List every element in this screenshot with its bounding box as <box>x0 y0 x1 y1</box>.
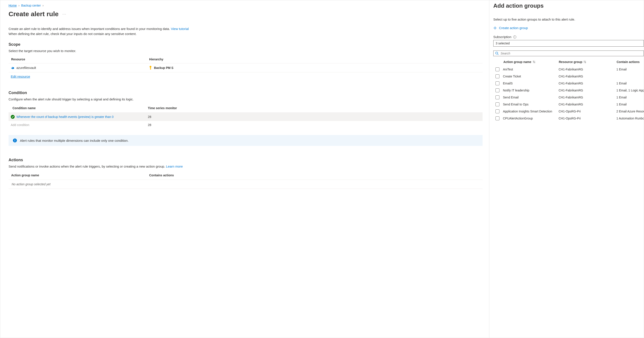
ag-rg: CH1-FabrikamRG <box>558 75 616 78</box>
ag-actions: 1 Email <box>616 82 627 85</box>
sort-icon <box>533 61 535 63</box>
checkbox[interactable] <box>496 74 500 78</box>
ag-name: EmailS <box>503 82 558 85</box>
scope-resource-name: azurefilesvault <box>16 66 36 70</box>
ag-rg: CH1-FabrikamRG <box>558 82 616 85</box>
search-input[interactable] <box>500 52 642 55</box>
checkbox[interactable] <box>496 102 500 106</box>
breadcrumb-home[interactable]: Home <box>8 4 17 7</box>
checkbox[interactable] <box>496 88 500 92</box>
chevron-right-icon: › <box>18 4 20 7</box>
breadcrumb-backup-center[interactable]: Backup center <box>21 4 41 7</box>
ag-actions: 1 Automation Runbook <box>616 117 644 120</box>
svg-point-8 <box>496 52 498 54</box>
ag-actions: 1 Email <box>616 68 627 71</box>
svg-point-7 <box>15 139 15 140</box>
ag-rg: CH1-FabrikamRG <box>558 89 616 92</box>
sort-icon <box>584 61 586 63</box>
scope-resource-row[interactable]: azurefilesvault Backup PM S <box>8 63 482 72</box>
ag-actions: 2 Email Azure Resource M <box>616 110 644 113</box>
add-condition-label: Add condition <box>11 123 29 127</box>
actions-subtitle: Send notifications or invoke actions whe… <box>8 165 482 168</box>
svg-rect-3 <box>150 69 151 69</box>
ag-name: Create Ticket <box>503 75 558 78</box>
subscription-select[interactable]: 3 selected <box>493 40 644 47</box>
ag-name: Application Insights Smart Detection <box>503 110 558 113</box>
scope-heading: Scope <box>8 42 482 47</box>
intro-text-2: When defining the alert rule, check that… <box>8 32 482 36</box>
action-group-row[interactable]: Notify IT leadershipCH1-FabrikamRG1 Emai… <box>493 87 644 94</box>
condition-link[interactable]: Whenever the count of backup health even… <box>16 115 114 119</box>
search-icon <box>495 52 499 55</box>
condition-col-ts: Time series monitor <box>148 106 177 110</box>
ag-actions: 1 Email, 1 Logic App <box>616 89 644 92</box>
action-group-row[interactable]: AniTestCH1-FabrikamRG1 Email <box>493 66 644 73</box>
actions-col-contains: Contains actions <box>149 173 174 177</box>
vault-icon <box>11 66 15 70</box>
intro-text: Create an alert rule to identify and add… <box>8 27 482 31</box>
checkbox[interactable] <box>496 95 500 99</box>
check-circle-icon <box>11 115 15 119</box>
chevron-right-icon: › <box>42 4 44 7</box>
breadcrumb: Home › Backup center › <box>8 4 482 7</box>
condition-row[interactable]: Whenever the count of backup health even… <box>8 113 482 121</box>
edit-resource-link[interactable]: Edit resource <box>8 72 30 78</box>
action-group-row[interactable]: Create TicketCH1-FabrikamRG <box>493 73 644 80</box>
condition-heading: Condition <box>8 91 482 95</box>
learn-more-link[interactable]: Learn more <box>166 165 183 168</box>
add-condition-ts: 28 <box>148 123 151 127</box>
svg-rect-6 <box>15 140 15 142</box>
svg-point-0 <box>12 67 12 68</box>
scope-subtitle: Select the target resource you wish to m… <box>8 49 482 53</box>
ag-name: CPUAlertActionGroup <box>503 117 558 120</box>
scope-col-hierarchy: Hierarchy <box>149 57 164 61</box>
info-text: Alert rules that monitor multiple dimens… <box>20 139 128 143</box>
scope-hierarchy: Backup PM S <box>154 66 174 70</box>
ag-rg: CH1-FabrikamRG <box>558 68 616 71</box>
info-glyph-icon[interactable]: i <box>513 35 516 38</box>
ag-name: AniTest <box>503 68 558 71</box>
action-group-row[interactable]: CPUAlertActionGroupCH1-OpsRG-Pri1 Automa… <box>493 115 644 122</box>
actions-empty-row: No action group selected yet <box>8 180 482 189</box>
action-group-row[interactable]: EmailSCH1-FabrikamRG1 Email <box>493 80 644 87</box>
ag-col-name[interactable]: Action group name <box>503 60 559 64</box>
checkbox[interactable] <box>496 109 500 113</box>
ag-rg: CH1-FabrikamRG <box>558 96 616 99</box>
more-menu[interactable]: ··· <box>62 12 66 16</box>
info-icon <box>13 139 17 143</box>
action-group-row[interactable]: Send Email to OpsCH1-FabrikamRG1 Email <box>493 101 644 108</box>
create-action-group-link[interactable]: Create action group <box>493 26 644 30</box>
action-group-row[interactable]: Send EmailCH1-FabrikamRG1 Email <box>493 94 644 101</box>
add-action-groups-panel: Add action groups Select up to five acti… <box>489 0 644 338</box>
checkbox[interactable] <box>496 81 500 85</box>
ag-name: Send Email <box>503 96 558 99</box>
condition-subtitle: Configure when the alert rule should tri… <box>8 97 482 101</box>
scope-col-resource: Resource <box>11 57 149 61</box>
search-wrap[interactable] <box>493 50 644 56</box>
plus-icon <box>493 26 497 30</box>
ag-name: Send Email to Ops <box>503 103 558 106</box>
ag-col-actions: Contain actions <box>616 60 640 64</box>
actions-heading: Actions <box>8 158 482 162</box>
checkbox[interactable] <box>496 116 500 120</box>
condition-col-name: Condition name <box>12 106 148 110</box>
ag-rg: CH1-FabrikamRG <box>558 103 616 106</box>
action-group-row[interactable]: Application Insights Smart DetectionCH1-… <box>493 108 644 115</box>
ag-rg: CH1-OpsRG-Pri <box>558 117 616 120</box>
svg-point-1 <box>150 66 151 68</box>
subscription-label: Subscription i <box>493 35 644 39</box>
view-tutorial-link[interactable]: View tutorial <box>171 27 188 31</box>
ag-name: Notify IT leadership <box>503 89 558 92</box>
svg-rect-2 <box>150 67 151 70</box>
ag-col-rg[interactable]: Resource group <box>559 60 616 64</box>
actions-col-name: Action group name <box>11 173 149 177</box>
condition-ts-value: 28 <box>148 115 151 119</box>
ag-actions: 1 Email <box>616 103 627 106</box>
ag-actions: 1 Email <box>616 96 627 99</box>
key-icon <box>149 66 152 70</box>
add-condition-row[interactable]: Add condition 28 <box>8 121 482 129</box>
checkbox[interactable] <box>496 67 500 71</box>
panel-title: Add action groups <box>493 2 644 9</box>
info-bar: Alert rules that monitor multiple dimens… <box>8 135 482 146</box>
page-title: Create alert rule <box>8 10 58 18</box>
